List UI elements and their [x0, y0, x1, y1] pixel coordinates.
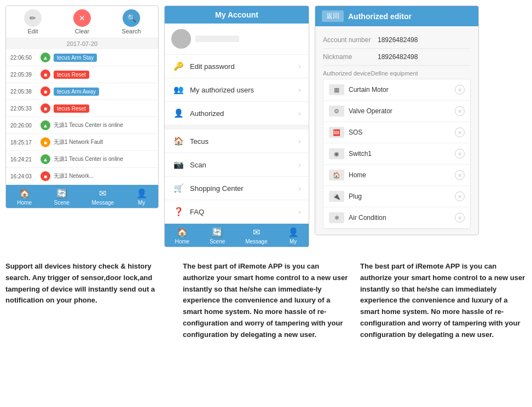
menu-item-shopping-center[interactable]: 🛒Shopping Center› — [165, 177, 309, 200]
screenshots-row: ✏ Edit ✕ Clear 🔍 Search 2017-07-20 22:06… — [0, 0, 532, 253]
device-item-switch1: ◉Switch1✕ — [323, 143, 470, 165]
nav2-message[interactable]: ✉ Message — [245, 227, 268, 245]
search-label: Search — [122, 28, 141, 34]
chevron-right-icon: › — [298, 207, 301, 216]
nav-my-label: My — [138, 200, 145, 206]
account-value: 18926482498 — [378, 36, 418, 44]
log-item: 22:05:39■tecus Reset — [6, 66, 158, 83]
desc-text-1: Support all devices history check & hist… — [5, 261, 172, 306]
main-container: ✏ Edit ✕ Clear 🔍 Search 2017-07-20 22:06… — [0, 0, 532, 349]
chevron-right-icon: › — [298, 184, 301, 193]
device-remove-button[interactable]: ✕ — [455, 85, 465, 95]
device-item-curtain-motor: ▦Curtain Motor✕ — [323, 79, 470, 101]
nickname-value: 18926482498 — [378, 53, 418, 61]
menu-icon: 📷 — [172, 160, 184, 170]
log-text: 无源1 Tecus Center is online — [54, 121, 154, 129]
menu-item-authorized[interactable]: 👤Authorized› — [165, 102, 309, 125]
device-name: Curtain Motor — [349, 86, 455, 94]
log-item: 16:24:21▲无源1 Tecus Center is online — [6, 151, 158, 168]
menu-item-faq[interactable]: ❓FAQ› — [165, 200, 309, 224]
menu-item-tecus[interactable]: 🏠Tecus› — [165, 130, 309, 153]
menu-icon: 👥 — [172, 85, 184, 95]
nickname-row: Nickname 18926482498 — [323, 49, 471, 66]
menu-icon: 🛒 — [172, 183, 184, 193]
desc-text-3: The best part of iRemote APP is you can … — [360, 261, 527, 341]
device-remove-button[interactable]: ✕ — [455, 191, 465, 201]
desc-text-2: The best part of iRemote APP is you can … — [183, 261, 349, 341]
section-title: Authorized deviceDefine equipment — [323, 66, 471, 79]
log-date: 2017-07-20 — [6, 38, 158, 49]
edit-button[interactable]: ✏ Edit — [19, 9, 47, 34]
device-name: Home — [349, 171, 455, 179]
menu-label: FAQ — [190, 208, 298, 216]
nav-home-label: Home — [17, 200, 32, 206]
device-remove-button[interactable]: ✕ — [455, 106, 465, 116]
log-time: 16:24:03 — [10, 173, 41, 179]
nav2-message-label: Message — [245, 239, 268, 245]
device-remove-button[interactable]: ✕ — [455, 127, 465, 137]
log-dot: ■ — [41, 69, 50, 79]
log-dot: ■ — [41, 103, 50, 113]
device-item-sos: 🆘SOS✕ — [323, 122, 470, 143]
device-type-icon: ❄ — [329, 212, 344, 223]
menu-label: Tecus — [190, 137, 298, 146]
phone2-nav: 🏠 Home 🔄 Scene ✉ Message 👤 My — [165, 224, 309, 247]
menu-label: Scan — [190, 161, 298, 169]
account-label: Account number — [323, 36, 378, 44]
phone1-nav: 🏠 Home 🔄 Scene ✉ Message 👤 My — [6, 185, 158, 208]
descriptions-row: Support all devices history check & hist… — [0, 253, 532, 349]
account-row: Account number 18926482498 — [323, 32, 471, 49]
log-time: 22:05:39 — [10, 72, 41, 78]
log-item: 22:05:38■tecus Arm Away — [6, 83, 158, 100]
menu-item-edit-password[interactable]: 🔑Edit password› — [165, 55, 309, 78]
log-dot: ▲ — [41, 120, 50, 130]
nav2-home-label: Home — [175, 239, 189, 245]
menu-item-scan[interactable]: 📷Scan› — [165, 153, 309, 177]
search-button[interactable]: 🔍 Search — [118, 9, 145, 34]
menu-label: Edit password — [190, 62, 298, 71]
menu-item-my-authorized-users[interactable]: 👥My authorized users› — [165, 78, 309, 102]
nav-my[interactable]: 👤 My — [136, 188, 147, 206]
device-item-valve-operator: ⚙Valve Operator✕ — [323, 101, 470, 122]
device-item-plug: 🔌Plug✕ — [323, 186, 470, 207]
phone2-header: My Account — [165, 6, 309, 24]
device-type-icon: 🆘 — [329, 127, 344, 138]
log-dot: ■ — [41, 86, 50, 96]
chevron-right-icon: › — [298, 137, 301, 146]
home2-icon: 🏠 — [177, 227, 188, 237]
device-name: Plug — [349, 193, 455, 200]
avatar — [171, 29, 191, 49]
device-remove-button[interactable]: ✕ — [455, 213, 465, 223]
device-item-home: 🏠Home✕ — [323, 165, 470, 186]
phone3-title: Authorized editor — [348, 12, 412, 21]
nav-message[interactable]: ✉ Message — [92, 188, 114, 206]
log-time: 18:25:17 — [10, 139, 41, 146]
log-badge: tecus Reset — [54, 104, 89, 113]
device-item-air-condition: ❄Air Condition✕ — [323, 207, 470, 229]
log-time: 22:05:38 — [10, 89, 41, 95]
phone3-header: 返回 Authorized editor — [315, 6, 478, 26]
nav2-scene[interactable]: 🔄 Scene — [210, 227, 225, 245]
search-icon: 🔍 — [123, 9, 140, 27]
nav2-home[interactable]: 🏠 Home — [175, 227, 189, 245]
device-name: Air Condition — [349, 214, 455, 222]
nav-home[interactable]: 🏠 Home — [17, 188, 32, 206]
log-item: 22:05:33■tecus Reset — [6, 100, 158, 117]
phone3: 返回 Authorized editor Account number 1892… — [315, 5, 479, 235]
log-badge: tecus Arm Away — [54, 88, 99, 96]
menu-icon: ❓ — [172, 207, 184, 217]
nav2-my[interactable]: 👤 My — [288, 227, 299, 245]
desc-col-1: Support all devices history check & hist… — [5, 261, 172, 306]
my2-icon: 👤 — [288, 227, 299, 237]
device-remove-button[interactable]: ✕ — [455, 149, 465, 159]
clear-button[interactable]: ✕ Clear — [68, 9, 96, 34]
device-type-icon: ⚙ — [329, 106, 344, 117]
device-remove-button[interactable]: ✕ — [455, 170, 465, 180]
nav-scene[interactable]: 🔄 Scene — [54, 188, 70, 206]
log-item: 18:25:17■无源1 Network Fault — [6, 134, 158, 151]
log-dot: ▲ — [41, 53, 50, 62]
menu-separator — [165, 125, 309, 130]
back-button[interactable]: 返回 — [322, 10, 344, 22]
nav2-scene-label: Scene — [210, 239, 225, 245]
device-name: Switch1 — [349, 150, 455, 158]
